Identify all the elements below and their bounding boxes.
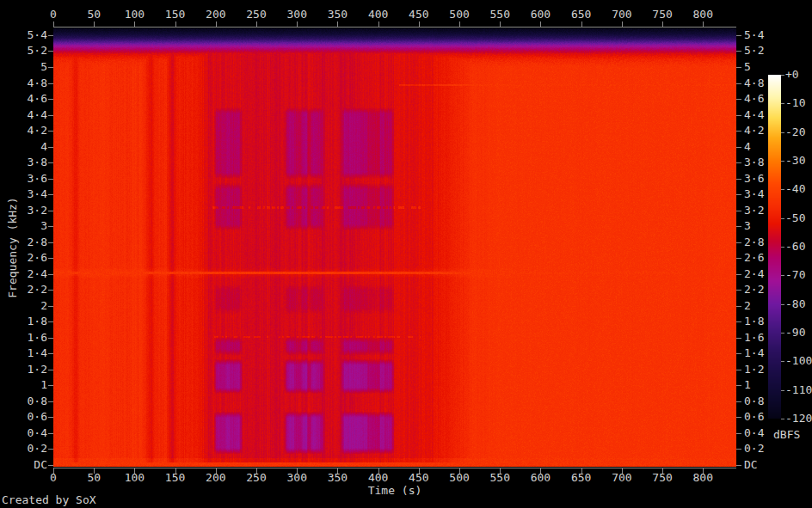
freq-tick-right [736,401,741,402]
colorbar-tick [781,218,784,219]
colorbar-tick [781,132,784,133]
time-tick-top [500,21,501,27]
colorbar-tick-label: +0 [785,69,799,81]
freq-tick-label-left: 2 [0,300,47,312]
time-tick-label-top: 400 [368,9,388,21]
freq-tick-right [736,226,741,227]
freq-tick-left [48,417,53,418]
time-tick-label-top: 150 [165,9,185,21]
time-tick-label-bottom: 450 [409,472,428,484]
freq-tick-left [48,385,53,386]
freq-tick-right [736,83,741,84]
time-tick-top [581,21,582,27]
freq-tick-right [736,242,741,243]
freq-tick-left [48,353,53,354]
freq-tick-label-left: 1·6 [0,332,47,344]
colorbar-tick-label: -30 [785,155,805,167]
time-tick-label-bottom: 750 [652,472,672,484]
freq-tick-label-right: 1·2 [744,364,764,376]
freq-tick-left [48,226,53,227]
freq-tick-label-right: 3 [744,220,751,232]
colorbar-tick-label: -70 [785,269,805,281]
time-tick-top [622,21,623,27]
freq-tick-left [48,449,53,450]
time-tick-top [662,21,663,27]
time-tick-top [53,21,54,27]
colorbar-tick-label: -120 [785,413,812,425]
colorbar-tick-label: -50 [785,212,805,224]
time-tick-label-top: 200 [206,9,225,21]
freq-tick-right [736,258,741,259]
freq-tick-label-right: 0·8 [744,395,764,407]
freq-tick-right [736,338,741,339]
time-tick-label-top: 250 [246,9,266,21]
freq-tick-left [48,131,53,132]
time-tick-label-bottom: 550 [490,472,510,484]
freq-tick-label-right: 1·4 [744,347,764,359]
colorbar-unit-label: dBFS [773,429,800,441]
colorbar-tick-label: -20 [785,126,805,138]
freq-tick-label-left: 0·4 [0,427,47,439]
freq-tick-right [736,115,741,116]
colorbar-tick [781,419,784,419]
freq-tick-label-left: 4·8 [0,77,47,89]
time-tick-label-top: 450 [409,9,428,21]
time-tick-label-bottom: 50 [87,472,101,484]
colorbar-tick-label: -90 [785,327,805,339]
freq-tick-right [736,370,741,370]
freq-tick-label-right: 1·6 [744,332,764,344]
freq-tick-left [48,338,53,339]
freq-tick-label-right: 4 [744,141,751,153]
freq-tick-left [48,194,53,195]
colorbar-gradient [768,75,781,419]
colorbar-tick [781,247,784,248]
colorbar-tick [781,361,784,362]
freq-tick-left [48,147,53,148]
spectrogram-heatmap [53,28,736,467]
freq-tick-right [736,321,741,322]
freq-tick-label-right: 5·2 [744,45,764,57]
freq-tick-label-right: 4·8 [744,77,764,89]
freq-tick-label-left: 5 [0,61,47,73]
freq-tick-label-left: 4·6 [0,93,47,105]
freq-tick-label-left: 1 [0,379,47,391]
colorbar-tick [781,75,784,76]
freq-tick-left [48,306,53,307]
freq-tick-right [736,67,741,68]
freq-tick-label-left: 4·4 [0,109,47,121]
time-tick-top [175,21,176,27]
freq-tick-label-left: 0·8 [0,395,47,407]
freq-tick-label-right: 0·4 [744,427,764,439]
freq-tick-label-right: 2·2 [744,284,764,296]
time-tick-top [540,21,541,27]
bottom-axis-line [53,468,736,468]
time-tick-label-bottom: 800 [693,472,713,484]
freq-tick-right [736,274,741,275]
time-tick-top [134,21,135,27]
time-tick-label-bottom: 100 [125,472,145,484]
freq-tick-label-right: DC [744,459,758,471]
freq-tick-left [48,321,53,322]
freq-tick-right [736,306,741,307]
freq-tick-left [48,115,53,116]
freq-tick-left [48,211,53,211]
time-tick-top [703,21,704,27]
time-tick-top [378,21,379,27]
colorbar-tick-label: -40 [785,183,805,195]
freq-tick-left [48,67,53,68]
freq-tick-left [48,242,53,243]
freq-tick-label-left: 1·8 [0,315,47,327]
time-tick-label-top: 800 [693,9,713,21]
freq-tick-left [48,83,53,84]
top-axis-line [53,27,736,28]
freq-tick-label-right: 3·4 [744,188,764,200]
time-tick-label-top: 300 [286,9,306,21]
freq-tick-right [736,433,741,434]
freq-tick-label-right: 3·6 [744,173,764,185]
freq-tick-label-left: 3·6 [0,173,47,185]
freq-tick-label-right: 4·4 [744,109,764,121]
colorbar-tick [781,333,784,334]
colorbar-tick-label: -110 [785,384,812,396]
time-tick-label-bottom: 250 [246,472,266,484]
freq-tick-label-right: 1·8 [744,315,764,327]
